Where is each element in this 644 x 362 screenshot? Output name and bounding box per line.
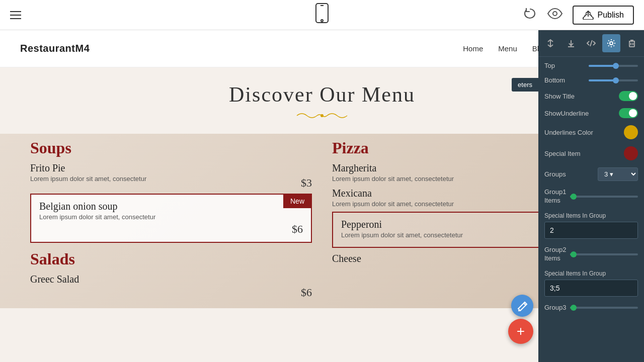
bottom-slider[interactable] — [589, 79, 638, 81]
panel-row-show-underline: ShowUnderline — [544, 108, 638, 118]
panel-special-items-group1: Special Items In Group 2 — [544, 212, 638, 246]
special-badge: New — [283, 194, 311, 208]
svg-point-3 — [553, 12, 557, 16]
panel-tool-settings[interactable] — [602, 34, 620, 52]
special-items-group2-input[interactable] — [544, 280, 638, 297]
panel-row-show-title: Show Title — [544, 91, 638, 101]
group3-slider[interactable] — [570, 307, 638, 309]
special-items-group2-label: Special Items In Group — [544, 270, 638, 277]
underlines-color-label: Underlines Color — [544, 129, 593, 136]
hamburger-menu[interactable] — [10, 11, 21, 19]
list-item: Greec Salad $6 — [30, 274, 312, 299]
panel-toolbar — [538, 30, 644, 57]
underlines-color-swatch[interactable] — [624, 125, 638, 139]
panel-row-groups: Groups 3 ▾ — [544, 167, 638, 181]
top-bar-left — [10, 11, 21, 19]
top-bar-center — [314, 3, 330, 27]
panel-tool-reorder[interactable] — [541, 34, 559, 52]
panel-row-top: Top — [544, 62, 638, 69]
add-fab-button[interactable]: + — [508, 319, 533, 344]
svg-point-7 — [610, 42, 613, 45]
item-price: $3 — [301, 176, 312, 189]
group2-items-label: Group2Items — [544, 246, 566, 263]
menu-col-left: Soups Frito Pie Lorem ipsum dolor sit am… — [20, 134, 322, 308]
preview-eye-icon[interactable] — [547, 8, 562, 22]
nav-home[interactable]: Home — [463, 44, 483, 53]
special-item-color-swatch[interactable] — [624, 146, 638, 160]
parameters-button[interactable]: eters — [512, 78, 538, 92]
special-items-group1-input[interactable]: 2 — [544, 222, 638, 239]
panel-tool-delete[interactable] — [623, 34, 641, 52]
phone-preview-icon[interactable] — [314, 3, 330, 27]
category-soups: Soups — [30, 139, 312, 157]
top-bar: Publish — [0, 0, 644, 30]
show-title-label: Show Title — [544, 93, 585, 100]
svg-point-4 — [320, 114, 324, 117]
undo-icon[interactable] — [523, 8, 537, 22]
top-slider[interactable] — [589, 65, 638, 67]
item-price: $6 — [292, 223, 303, 235]
special-item-label: Special Item — [544, 150, 585, 157]
panel-tool-code[interactable] — [582, 34, 600, 52]
group1-items-slider[interactable] — [570, 196, 638, 198]
group3-label: Group3 — [544, 304, 566, 312]
groups-label: Groups — [544, 170, 585, 178]
svg-rect-8 — [629, 41, 634, 47]
panel-row-bottom: Bottom — [544, 76, 638, 84]
show-underline-toggle[interactable] — [619, 108, 638, 118]
panel-special-items-group2: Special Items In Group — [544, 270, 638, 304]
nav-menu[interactable]: Menu — [498, 44, 517, 53]
show-underline-label: ShowUnderline — [544, 110, 589, 117]
category-salads: Salads — [30, 250, 312, 268]
item-price: $6 — [301, 286, 312, 299]
item-desc: Lorem ipsum dolor sit amet, consectetur — [39, 213, 303, 221]
svg-point-2 — [321, 20, 323, 22]
site-logo: RestaurantM4 — [20, 43, 90, 54]
special-item-box: New Belgian onion soup Lorem ipsum dolor… — [30, 194, 312, 243]
item-name: Belgian onion soup — [39, 201, 303, 212]
publish-button[interactable]: Publish — [573, 6, 634, 25]
publish-label: Publish — [598, 11, 624, 20]
panel-tool-download[interactable] — [562, 34, 580, 52]
top-label: Top — [544, 62, 585, 69]
add-icon: + — [517, 324, 525, 338]
item-name: Frito Pie — [30, 162, 65, 174]
group1-items-label: Group1Items — [544, 188, 566, 205]
panel-row-special-item: Special Item — [544, 146, 638, 160]
panel-row-group2-items: Group2Items — [544, 246, 638, 263]
parameters-label: eters — [518, 81, 532, 88]
bottom-label: Bottom — [544, 76, 585, 84]
panel-row-underlines-color: Underlines Color — [544, 125, 638, 139]
groups-select[interactable]: 3 ▾ — [598, 167, 638, 181]
show-title-toggle[interactable] — [619, 91, 638, 101]
item-name: Greec Salad — [30, 274, 312, 285]
panel-row-group1-items: Group1Items — [544, 188, 638, 205]
panel-row-group3: Group3 — [544, 304, 638, 312]
settings-panel: Top Bottom Show Title ShowUnderline — [538, 30, 644, 362]
svg-line-6 — [590, 40, 592, 46]
list-item: Frito Pie Lorem ipsum dolor sit amet, co… — [30, 162, 312, 190]
panel-content: Top Bottom Show Title ShowUnderline — [538, 57, 644, 362]
edit-fab-button[interactable] — [511, 295, 533, 317]
special-items-group1-label: Special Items In Group — [544, 212, 638, 219]
group2-items-slider[interactable] — [570, 253, 638, 255]
top-bar-right: Publish — [523, 6, 634, 25]
